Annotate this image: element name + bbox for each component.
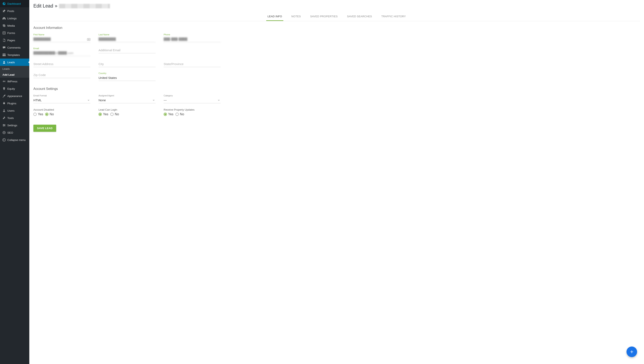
sidebar-item-settings[interactable]: Settings: [0, 122, 29, 129]
field-email: Email: [33, 47, 90, 56]
input-state[interactable]: [164, 61, 221, 67]
sidebar-label: Equity: [7, 87, 15, 90]
chevron-down-icon: [218, 100, 220, 101]
sidebar-item-pages[interactable]: Pages: [0, 36, 29, 44]
sidebar-item-seo[interactable]: SEO: [0, 129, 29, 136]
radio-account-disabled-no[interactable]: No: [45, 112, 54, 116]
label-receive-updates: Receive Property Updates: [164, 108, 221, 111]
sidebar-label: SEO: [7, 131, 13, 134]
admin-sidebar: Dashboard Posts Listings Media Forms Pag…: [0, 0, 29, 364]
submenu-item-add-lead[interactable]: Add Lead: [0, 72, 29, 78]
input-first-name[interactable]: [33, 36, 90, 42]
radio-lead-login-no[interactable]: No: [110, 112, 119, 116]
radio-updates-no[interactable]: No: [175, 112, 184, 116]
tab-saved-searches[interactable]: SAVED SEARCHES: [346, 12, 373, 21]
save-lead-button[interactable]: SAVE LEAD: [33, 125, 56, 132]
input-phone[interactable]: [164, 36, 221, 42]
field-category: Category: [164, 94, 221, 103]
users-icon: [2, 108, 6, 113]
input-street[interactable]: [33, 61, 90, 67]
sidebar-item-leads[interactable]: Leads: [0, 58, 29, 66]
input-city[interactable]: [99, 61, 156, 67]
label-email-format: Email Format: [33, 94, 90, 97]
sidebar-item-media[interactable]: Media: [0, 22, 29, 29]
sidebar-item-forms[interactable]: Forms: [0, 29, 29, 36]
sidebar-item-templates[interactable]: Templates: [0, 51, 29, 58]
field-zip: [33, 72, 90, 81]
sidebar-label: Appearance: [7, 94, 22, 98]
radio-account-disabled-yes[interactable]: Yes: [33, 112, 43, 116]
brush-icon: [2, 94, 6, 98]
sidebar-submenu: Leads Add Lead: [0, 66, 29, 78]
sidebar-item-collapse[interactable]: Collapse menu: [0, 136, 29, 144]
collapse-icon: [2, 138, 6, 142]
sidebar-item-listings[interactable]: Listings: [0, 15, 29, 22]
sidebar-label: Posts: [7, 10, 14, 12]
page-title: Edit Lead »: [33, 3, 640, 9]
select-category[interactable]: [164, 97, 221, 103]
svg-point-15: [3, 138, 6, 141]
label-assigned-agent: Assigned Agent: [99, 94, 156, 97]
field-city: [99, 61, 156, 67]
sidebar-label: Templates: [7, 54, 20, 56]
svg-point-6: [4, 61, 5, 62]
select-email-format[interactable]: [33, 97, 90, 103]
section-account-settings-title: Account Settings: [33, 87, 640, 91]
forms-icon: [2, 31, 6, 35]
tab-notes[interactable]: NOTES: [290, 12, 302, 21]
sidebar-item-appearance[interactable]: Appearance: [0, 92, 29, 100]
svg-rect-5: [4, 55, 6, 56]
sidebar-label: Settings: [7, 124, 17, 127]
plus-icon: +: [630, 348, 633, 355]
tools-icon: [2, 116, 6, 120]
contact-card-icon[interactable]: [87, 38, 90, 41]
sidebar-item-equity[interactable]: Equity: [0, 85, 29, 92]
settings-icon: [2, 123, 6, 127]
input-country[interactable]: [99, 75, 156, 81]
page-title-lead-name: [59, 4, 110, 8]
sidebar-label: Leads: [7, 61, 15, 64]
svg-rect-0: [3, 32, 6, 34]
submenu-item-leads[interactable]: Leads: [0, 66, 29, 72]
radio-updates-yes[interactable]: Yes: [164, 112, 173, 116]
input-zip[interactable]: [33, 72, 90, 78]
sidebar-item-dashboard[interactable]: Dashboard: [0, 0, 29, 7]
svg-rect-4: [3, 55, 4, 56]
label-country: Country: [99, 72, 156, 74]
sidebar-item-plugins[interactable]: Plugins: [0, 100, 29, 107]
tab-traffic-history[interactable]: TRAFFIC HISTORY: [380, 12, 407, 21]
marker-icon: [2, 87, 6, 91]
sidebar-item-comments[interactable]: Comments: [0, 44, 29, 51]
tab-saved-properties[interactable]: SAVED PROPERTIES: [309, 12, 339, 21]
user-icon: [2, 60, 6, 64]
sidebar-item-tools[interactable]: Tools: [0, 114, 29, 122]
tab-lead-info[interactable]: LEAD INFO: [266, 12, 283, 21]
input-last-name[interactable]: [99, 36, 156, 42]
input-additional-email[interactable]: [99, 47, 156, 53]
field-first-name: First Name: [33, 33, 90, 42]
plug-icon: [2, 101, 6, 105]
label-lead-can-login: Lead Can Login: [99, 108, 156, 111]
field-country: Country: [99, 72, 156, 81]
sidebar-item-users[interactable]: Users: [0, 107, 29, 114]
idx-icon: IDX: [2, 79, 6, 83]
sidebar-label: Pages: [7, 39, 15, 42]
sidebar-item-posts[interactable]: Posts: [0, 7, 29, 15]
seo-icon: [2, 130, 6, 134]
sidebar-label: Tools: [7, 116, 14, 120]
sidebar-item-impress[interactable]: IDX IMPress: [0, 78, 29, 85]
field-state: [164, 61, 221, 67]
sidebar-label: Forms: [7, 32, 15, 34]
radio-lead-login-yes[interactable]: Yes: [99, 112, 108, 116]
sidebar-label: Dashboard: [7, 2, 21, 5]
page-title-separator: »: [55, 3, 57, 9]
label-email: Email: [33, 47, 90, 50]
account-settings-grid: Email Format Assigned Agent Category Acc…: [33, 94, 221, 116]
fab-add-button[interactable]: +: [626, 346, 637, 357]
sidebar-label: Plugins: [7, 102, 16, 105]
svg-rect-1: [3, 32, 5, 32]
select-assigned-agent[interactable]: [99, 97, 156, 103]
input-email[interactable]: [33, 50, 90, 56]
chevron-down-icon: [153, 100, 155, 101]
svg-point-7: [4, 110, 5, 110]
